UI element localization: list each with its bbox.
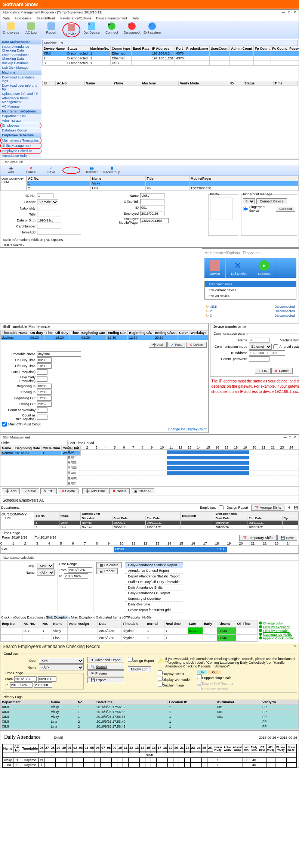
stt-delete[interactable]: ✕ Delete — [186, 342, 207, 348]
tt-eout[interactable] — [37, 402, 52, 407]
dm-cancel[interactable]: ✕ Cancel — [271, 368, 293, 374]
stt-post[interactable]: ✓ Post — [167, 342, 185, 348]
calc-grid[interactable]: Emp No.AC-No.No.NameAuto-AssignDateTimet… — [0, 620, 258, 642]
connect-device-btn[interactable]: Connect Device — [256, 198, 287, 204]
rpt-shifts[interactable]: Daily Attendance Shifts — [125, 585, 183, 590]
fp-count[interactable]: 0 — [243, 198, 255, 204]
se-design-chk[interactable] — [219, 505, 224, 510]
sr-from-t[interactable] — [38, 676, 56, 682]
dm-pwd[interactable] — [249, 356, 269, 362]
title-input[interactable] — [37, 212, 61, 217]
calc-dep[interactable]: XIMI — [37, 563, 54, 569]
calc-tab-3[interactable]: Calculated Items — [96, 616, 121, 619]
sm-addtime[interactable]: ➕ Add Time — [82, 488, 108, 494]
tt-ein[interactable] — [37, 390, 52, 395]
menu-data[interactable]: Data — [3, 16, 10, 20]
emp-facegroup[interactable]: 👤FaceGroup — [103, 167, 121, 174]
sm-add[interactable]: ➕ Add — [2, 488, 20, 494]
sr-preview[interactable]: 👁 Preview — [87, 670, 124, 676]
side-acmanage[interactable]: AC Manage — [0, 104, 41, 109]
tt-name[interactable] — [37, 351, 81, 357]
close-icon[interactable]: ✕ — [293, 10, 296, 14]
sr-disp-status[interactable] — [158, 670, 163, 675]
se-tempshifts[interactable]: 📅 Temporary Shifts — [239, 535, 277, 541]
sr-adv-export[interactable]: ⬆ Advanced Export — [87, 657, 124, 663]
calc-tab-2[interactable]: Misc Exception — [71, 616, 94, 619]
must-cin[interactable] — [2, 422, 7, 427]
menu-add-device[interactable]: Add new device — [205, 281, 296, 287]
side-usb[interactable]: Usb Disk Manage — [0, 65, 41, 70]
print-icon[interactable]: 🖨 — [287, 506, 291, 509]
emp-add[interactable]: ➕Add — [2, 167, 20, 174]
dm-android[interactable] — [273, 344, 278, 349]
sr-search[interactable]: 🔍 Search — [87, 664, 124, 670]
nat-input[interactable] — [37, 206, 61, 211]
sr-from-d[interactable] — [14, 676, 37, 682]
tt-bin[interactable] — [37, 384, 52, 389]
rpt-general[interactable]: Attendance General Report — [125, 568, 183, 574]
dm-ip[interactable] — [249, 350, 285, 356]
name-input[interactable] — [140, 193, 164, 198]
lnk-append[interactable]: Append Clock In/Out — [263, 636, 294, 640]
sm-max[interactable]: □ — [289, 435, 291, 439]
menu-attendance[interactable]: Attendance — [15, 16, 32, 20]
device-button[interactable]: Device — [62, 22, 80, 37]
officetel-input[interactable] — [140, 199, 164, 204]
rpt-depart[interactable]: Depart Attendance Statistic Report — [125, 574, 183, 579]
export-icon[interactable]: 💾 — [294, 506, 298, 509]
emp-grid[interactable]: AC No.NameTitleMobile/Pager 1Vicky 2Lina… — [27, 176, 299, 191]
tt-off[interactable] — [37, 363, 52, 369]
tt-on[interactable] — [37, 357, 52, 363]
rpt-onoff[interactable]: Staff's On-Duty/Off-Duty Timetable — [125, 579, 183, 585]
se-timeline[interactable]: 9-26 09:3018:30 — [0, 545, 299, 554]
calc-to[interactable] — [64, 573, 88, 579]
rpt-daily-stat[interactable]: Daily Attendance Statistic Report — [125, 562, 183, 568]
zoom-connect-btn[interactable]: ▶Connect — [253, 258, 277, 278]
tab-addition[interactable]: Addition — [31, 238, 43, 242]
zoom-device-btn[interactable]: Device — [204, 258, 226, 278]
tt-late[interactable] — [37, 369, 47, 375]
lnk-filter-exc[interactable]: Filter by exception — [263, 625, 290, 629]
id-input[interactable] — [140, 205, 164, 210]
sr-to-d[interactable] — [10, 682, 33, 688]
lnk-albl[interactable]: Maintenance AL/BL — [263, 633, 292, 636]
emp-cancel[interactable]: ✕Cancel — [22, 167, 40, 174]
exit-button[interactable]: ⏏Exit system — [143, 22, 161, 37]
machine-list-tab[interactable]: Machine List — [42, 40, 298, 46]
report-btn[interactable]: 🖨 Report — [96, 568, 118, 574]
tab-ac[interactable]: AC Options — [46, 238, 63, 242]
stt-add[interactable]: ➕ Add — [149, 342, 167, 348]
sr-disp-wc[interactable] — [158, 676, 163, 681]
acno-input[interactable] — [37, 193, 53, 198]
sm-clear[interactable]: ▣ Clear All — [131, 488, 155, 494]
photo-box[interactable] — [210, 198, 232, 220]
tt-workday[interactable] — [37, 407, 47, 413]
rpt-dailyot[interactable]: Daily Overtime — [125, 602, 183, 607]
side-emp-schedule[interactable]: Employee Schedule — [0, 148, 41, 154]
maximize-icon[interactable]: □ — [288, 10, 290, 14]
sr-design[interactable] — [128, 657, 133, 662]
emp-transfer[interactable]: 👥Transfer — [83, 167, 101, 174]
se-grid[interactable]: AC No.NameCurrent ShiftTempShiftShift De… — [34, 511, 299, 530]
side-shifts-mgmt[interactable]: Shifts Management — [0, 143, 41, 148]
side-db[interactable]: Database Option — [0, 128, 41, 133]
menu-edit-current[interactable]: Edit current device — [205, 287, 296, 293]
menu-search-print[interactable]: Search/Print — [36, 16, 55, 20]
lnk-color[interactable]: Change color — [263, 621, 283, 625]
sr-close[interactable]: ✕ — [293, 644, 296, 648]
menu-edit-all[interactable]: Edit All device — [205, 293, 296, 299]
menu-device-mgmt[interactable]: Device management — [96, 16, 127, 20]
side-backup[interactable]: Backup Database — [0, 61, 41, 65]
tt-minutes[interactable] — [37, 415, 47, 420]
aclog-button[interactable]: AC Log — [22, 22, 40, 37]
dm-name[interactable] — [249, 338, 269, 343]
zoom-deldevice-btn[interactable]: ✕Del Device — [226, 258, 253, 278]
employed-input[interactable] — [140, 211, 164, 216]
report-button[interactable]: Report — [42, 22, 60, 37]
sm-min[interactable]: — — [284, 435, 287, 439]
se-from[interactable] — [11, 535, 34, 540]
sm-deltime[interactable]: ✕ Delete — [109, 488, 130, 494]
side-maint-tt[interactable]: Maintenance Timetables — [0, 138, 41, 143]
side-dl-user[interactable]: Download user info and Fp — [0, 83, 41, 92]
se-save[interactable]: 💾 Save — [277, 535, 297, 541]
